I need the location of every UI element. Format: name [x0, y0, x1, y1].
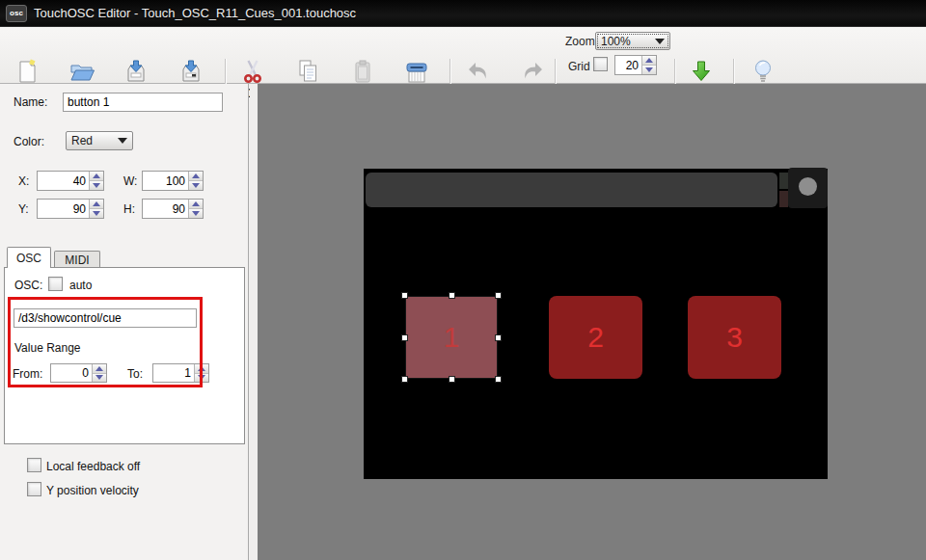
grid-size-input[interactable]: [615, 56, 641, 74]
y-label: Y:: [18, 202, 29, 216]
x-label: X:: [18, 174, 29, 188]
resize-handle-n[interactable]: [449, 292, 455, 299]
arrow-up-icon: [192, 201, 200, 206]
local-feedback-checkbox[interactable]: [27, 458, 41, 472]
y-velocity-label: Y position velocity: [46, 484, 139, 497]
arrow-down-icon: [192, 183, 200, 188]
to-stepper[interactable]: [152, 363, 209, 383]
touchosc-editor-window: osc TouchOSC Editor - Touch_OSC_R11_Cues…: [0, 0, 926, 560]
h-down-button[interactable]: [189, 209, 203, 218]
chevron-down-icon: [655, 39, 665, 44]
from-up-button[interactable]: [93, 364, 106, 374]
arrow-up-icon: [198, 366, 205, 371]
device-layout[interactable]: 1 2 3: [364, 169, 828, 479]
h-input[interactable]: [143, 200, 188, 218]
app-icon: osc: [6, 5, 27, 22]
open-folder-icon: [57, 58, 107, 85]
about-lightbulb-icon: [736, 58, 790, 85]
w-input[interactable]: [143, 172, 188, 190]
tab-osc[interactable]: OSC: [7, 247, 51, 268]
arrow-down-icon: [645, 67, 653, 72]
grid-size-up-button[interactable]: [642, 56, 656, 66]
delete-shredder-icon: [392, 58, 442, 85]
resize-handle-ne[interactable]: [495, 292, 502, 299]
w-down-button[interactable]: [189, 181, 203, 190]
resize-handle-sw[interactable]: [401, 376, 408, 383]
x-stepper[interactable]: [37, 171, 104, 191]
from-input[interactable]: [51, 364, 92, 382]
window-title: TouchOSC Editor - Touch_OSC_R11_Cues_001…: [34, 6, 356, 20]
y-up-button[interactable]: [90, 200, 103, 209]
cue-button-2[interactable]: 2: [549, 296, 642, 379]
color-dropdown[interactable]: Red: [66, 131, 133, 150]
arrow-up-icon: [192, 173, 200, 178]
arrow-up-icon: [93, 173, 100, 178]
properties-panel: Name: Color: Red X: W: Y:: [0, 84, 249, 560]
device-page-button[interactable]: [788, 168, 828, 208]
to-up-button[interactable]: [195, 364, 208, 374]
w-up-button[interactable]: [189, 172, 203, 181]
toolbar: New Open Save: [0, 27, 926, 84]
from-down-button[interactable]: [93, 374, 106, 383]
arrow-down-icon: [93, 211, 100, 216]
redo-arrow-icon: [507, 58, 558, 85]
color-label: Color:: [14, 135, 44, 148]
local-feedback-label: Local feedback off: [46, 460, 140, 473]
save-as-icon: [160, 58, 222, 85]
h-stepper[interactable]: [142, 199, 204, 219]
y-velocity-checkbox[interactable]: [27, 482, 41, 496]
resize-handle-se[interactable]: [495, 376, 502, 383]
to-input[interactable]: [153, 364, 194, 382]
arrow-down-icon: [93, 183, 100, 188]
w-label: W:: [123, 174, 137, 188]
arrow-down-icon: [192, 211, 200, 216]
h-up-button[interactable]: [189, 200, 203, 209]
to-down-button[interactable]: [195, 374, 208, 383]
osc-label: OSC:: [14, 279, 42, 292]
device-bar-segment: [779, 173, 788, 189]
name-input[interactable]: [63, 93, 223, 112]
x-input[interactable]: [38, 172, 89, 190]
grid-label: Grid: [568, 60, 590, 73]
resize-handle-e[interactable]: [495, 334, 502, 341]
zoom-value: 100%: [601, 35, 631, 48]
y-input[interactable]: [38, 200, 89, 218]
panel-splitter[interactable]: [250, 84, 258, 560]
undo-arrow-icon: [453, 58, 504, 85]
tab-midi[interactable]: MIDI: [54, 251, 100, 268]
zoom-label: Zoom: [565, 35, 595, 48]
name-label: Name:: [14, 95, 47, 109]
from-label: From:: [13, 367, 42, 381]
page-indicator-dot: [799, 177, 817, 196]
osc-address-input[interactable]: [14, 308, 197, 328]
cut-scissors-icon: [228, 58, 278, 85]
from-stepper[interactable]: [50, 363, 107, 383]
new-document-icon: [2, 58, 52, 85]
x-down-button[interactable]: [90, 181, 103, 190]
y-down-button[interactable]: [90, 209, 103, 218]
arrow-up-icon: [93, 201, 100, 206]
layout-canvas[interactable]: 1 2 3: [258, 84, 926, 560]
device-tab-bar[interactable]: [366, 173, 777, 207]
arrow-up-icon: [95, 366, 103, 371]
resize-handle-s[interactable]: [449, 376, 455, 383]
y-stepper[interactable]: [37, 199, 104, 219]
resize-handle-w[interactable]: [401, 334, 408, 341]
title-bar: osc TouchOSC Editor - Touch_OSC_R11_Cues…: [0, 0, 926, 27]
arrow-down-icon: [198, 375, 205, 380]
x-up-button[interactable]: [90, 172, 103, 181]
zoom-dropdown[interactable]: 100%: [595, 32, 670, 50]
grid-checkbox[interactable]: [593, 57, 608, 71]
cue-button-3[interactable]: 3: [688, 296, 781, 379]
w-stepper[interactable]: [142, 171, 204, 191]
save-icon: [111, 58, 161, 85]
osc-tab-panel: OSC: auto Value Range From: To:: [4, 267, 245, 444]
to-label: To:: [127, 367, 143, 381]
cue-button-1[interactable]: 1: [405, 296, 498, 379]
resize-handle-nw[interactable]: [401, 292, 408, 299]
grid-size-stepper[interactable]: [614, 55, 657, 75]
grid-size-down-button[interactable]: [642, 66, 656, 74]
cue-button-2-label: 2: [587, 321, 604, 354]
color-value: Red: [71, 134, 93, 147]
osc-auto-checkbox[interactable]: [48, 277, 63, 291]
